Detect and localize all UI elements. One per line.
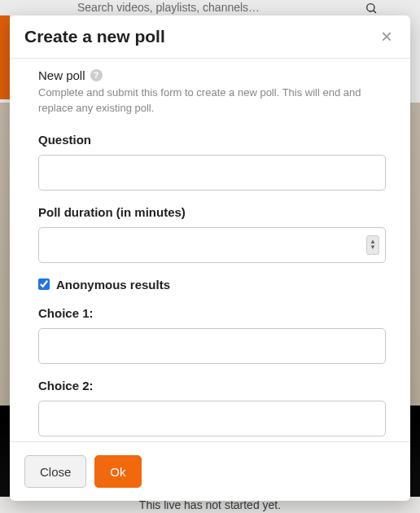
duration-wrap: ▲ ▼ bbox=[38, 227, 386, 263]
modal-header: Create a new poll × bbox=[10, 15, 410, 59]
anonymous-checkbox[interactable] bbox=[38, 278, 50, 290]
duration-group: Poll duration (in minutes) ▲ ▼ bbox=[38, 205, 386, 263]
question-label: Question bbox=[38, 133, 386, 147]
modal-footer: Close Ok bbox=[10, 441, 410, 501]
modal-body: New poll ? Complete and submit this form… bbox=[10, 59, 410, 441]
ok-button[interactable]: Ok bbox=[94, 455, 141, 488]
duration-label: Poll duration (in minutes) bbox=[38, 205, 386, 219]
duration-stepper[interactable]: ▲ ▼ bbox=[366, 235, 379, 255]
new-poll-description: Complete and submit this form to create … bbox=[38, 86, 386, 116]
choice1-input[interactable] bbox=[38, 328, 386, 364]
help-icon[interactable]: ? bbox=[90, 69, 103, 81]
choice2-label: Choice 2: bbox=[38, 379, 386, 392]
new-poll-label-text: New poll bbox=[38, 68, 85, 82]
chevron-down-icon: ▼ bbox=[370, 245, 376, 250]
choice2-group: Choice 2: bbox=[38, 379, 386, 436]
close-icon[interactable]: × bbox=[378, 27, 396, 46]
question-input[interactable] bbox=[38, 155, 386, 191]
new-poll-label: New poll ? bbox=[38, 68, 103, 82]
choice2-input[interactable] bbox=[38, 401, 386, 436]
choice1-group: Choice 1: bbox=[38, 306, 386, 364]
question-group: Question bbox=[38, 133, 386, 191]
anonymous-row: Anonymous results bbox=[38, 278, 386, 292]
close-button[interactable]: Close bbox=[24, 455, 86, 488]
modal-title: Create a new poll bbox=[24, 27, 165, 46]
duration-input[interactable] bbox=[38, 227, 386, 263]
create-poll-modal: Create a new poll × New poll ? Complete … bbox=[10, 15, 410, 501]
choice1-label: Choice 1: bbox=[38, 306, 386, 320]
anonymous-label: Anonymous results bbox=[56, 278, 170, 292]
